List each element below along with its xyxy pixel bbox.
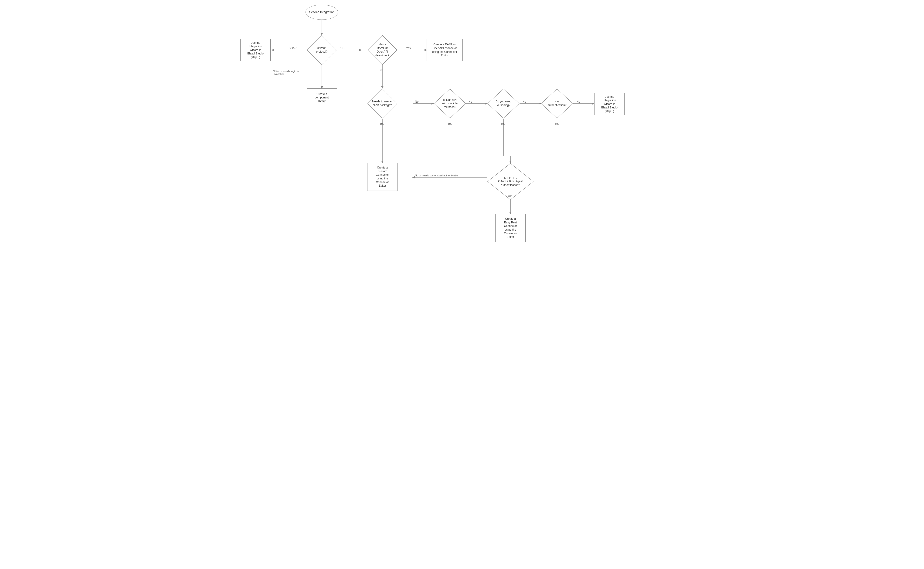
no-auth-label: No: [576, 100, 580, 103]
create-custom-label: Create aCustomConnectorusing theConnecto…: [376, 166, 389, 188]
needs-npm-label: Needs to use anNPM package?: [372, 100, 392, 107]
use-wizard-right-box: Use theIntegrationWizard inBizagi Studio…: [594, 93, 625, 115]
need-versioning-label: Do you needversoning?: [496, 100, 511, 107]
use-wizard-left-box: Use theIntegrationWizard inBizagi Studio…: [240, 39, 271, 61]
yes-versioning-label: Yes: [501, 122, 505, 125]
no-raml-label: No: [380, 68, 383, 72]
has-auth-label: Hasauthentication?: [547, 100, 566, 107]
create-raml-label: Create a RAML orOpenAPI connectorusing t…: [432, 43, 457, 57]
use-wizard-left-label: Use theIntegrationWizard inBizagi Studio…: [247, 41, 264, 59]
create-component-label: Create acomponentlibrary: [315, 93, 329, 103]
create-easyrest-box: Create aEasy RestConnectorusing theConne…: [495, 214, 526, 242]
yes-api-label: Yes: [448, 122, 452, 125]
soap-label: SOAP: [289, 47, 296, 50]
http-oauth-label: Is it HTTP,OAuth 2.0 or Digestauthentica…: [498, 176, 523, 187]
no-npm-label: No: [415, 100, 418, 103]
yes-raml-label: Yes: [406, 47, 411, 50]
start-node: Service Integration: [305, 5, 338, 20]
has-auth-diamond: Hasauthentication?: [541, 88, 573, 119]
use-wizard-right-label: Use theIntegrationWizard inBizagi Studio…: [601, 95, 618, 113]
service-protocol-diamond: serviceprotocol?: [306, 35, 337, 65]
create-easyrest-label: Create aEasy RestConnectorusing theConne…: [504, 217, 517, 239]
yes-auth-label: Yes: [555, 122, 560, 125]
rest-label: REST: [338, 47, 346, 50]
has-raml-diamond: Has aRAML or OpenAPIdescriptor?: [367, 35, 398, 65]
create-custom-box: Create aCustomConnectorusing theConnecto…: [367, 163, 398, 191]
create-raml-box: Create a RAML orOpenAPI connectorusing t…: [427, 39, 463, 61]
other-label: Ohter or needs logic for invocation: [273, 70, 308, 75]
api-multiple-label: Is it an APIwith multiplemethods?: [442, 98, 457, 109]
no-versioning-label: No: [523, 100, 526, 103]
create-component-box: Create acomponentlibrary: [306, 88, 337, 107]
yes-http-label: Yes: [508, 194, 512, 198]
no-api-label: No: [468, 100, 472, 103]
start-label: Service Integration: [309, 10, 334, 14]
has-raml-label: Has aRAML or OpenAPIdescriptor?: [372, 43, 393, 57]
flowchart-diagram: Service Integration serviceprotocol? Use…: [231, 0, 693, 284]
api-multiple-diamond: Is it an APIwith multiplemethods?: [434, 88, 466, 119]
needs-npm-diamond: Needs to use anNPM package?: [367, 88, 398, 119]
yes-npm-label: Yes: [380, 122, 384, 125]
need-versioning-diamond: Do you needversoning?: [487, 88, 520, 119]
service-protocol-label: serviceprotocol?: [316, 46, 328, 53]
no-http-label: No or needs customized authentication: [415, 174, 459, 177]
